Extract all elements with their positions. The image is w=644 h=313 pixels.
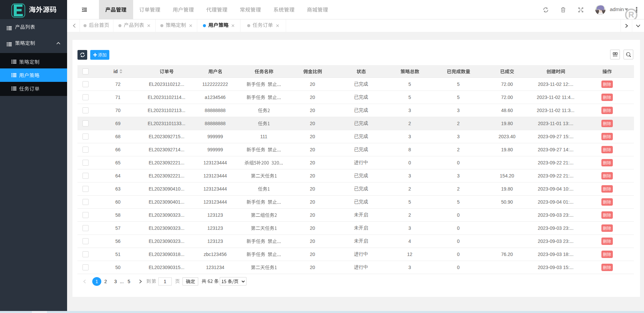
svg-text:R: R xyxy=(628,10,634,19)
